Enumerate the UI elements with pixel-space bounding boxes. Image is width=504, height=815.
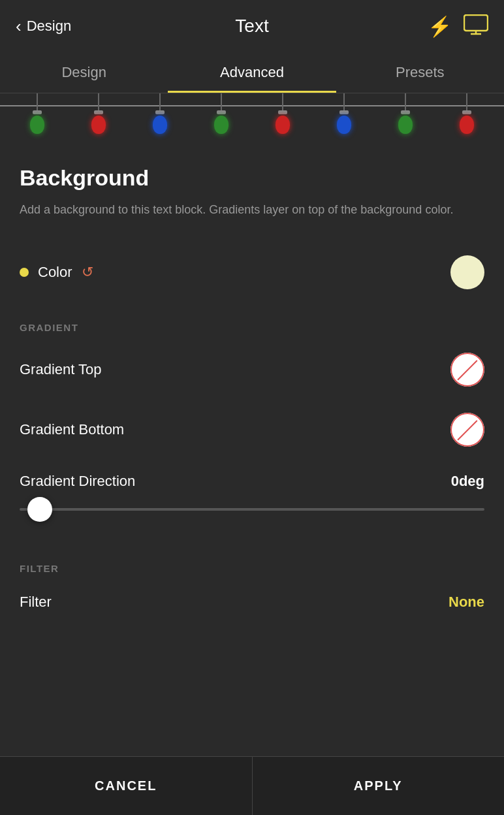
tab-design[interactable]: Design [0,52,168,93]
light-5 [276,93,290,134]
cancel-button[interactable]: CANCEL [0,757,253,815]
light-1 [30,93,44,134]
light-3 [153,93,167,134]
back-chevron-icon: ‹ [16,16,22,37]
gradient-bottom-row: Gradient Bottom [20,400,484,460]
header-icons: ⚡ [428,14,488,38]
gradient-direction-row: Gradient Direction 0deg [20,460,484,496]
filter-section: FILTER Filter None [20,530,484,624]
color-label-group: Color ↺ [20,264,93,281]
background-section-title: Background [20,165,484,191]
monitor-icon[interactable] [464,14,488,38]
gradient-bottom-label: Gradient Bottom [20,421,124,438]
filter-row: Filter None [20,581,484,624]
light-7 [398,93,413,134]
gradient-direction-slider-thumb[interactable] [27,497,52,522]
gradient-top-label: Gradient Top [20,361,102,378]
background-section-desc: Add a background to this text block. Gra… [20,201,484,219]
bottom-action-bar: CANCEL APPLY [0,756,504,815]
gradient-top-swatch[interactable] [450,353,484,387]
color-dot-indicator [20,268,29,277]
page-title: Text [235,16,268,37]
filter-section-label: FILTER [20,543,484,581]
tab-advanced[interactable]: Advanced [168,52,336,93]
gradient-section-label: GRADIENT [20,302,484,340]
gradient-top-row: Gradient Top [20,340,484,400]
gradient-direction-slider-container [20,496,484,530]
color-setting-row: Color ↺ [20,242,484,302]
filter-label: Filter [20,594,52,611]
gradient-direction-value: 0deg [451,473,484,490]
color-swatch[interactable] [450,255,484,289]
lightning-icon[interactable]: ⚡ [428,15,452,38]
back-label: Design [27,18,71,35]
filter-value[interactable]: None [449,594,484,611]
gradient-direction-slider-track[interactable] [20,508,484,511]
light-6 [337,93,351,134]
tabs-bar: Design Advanced Presets [0,52,504,93]
christmas-lights-decoration [0,93,504,146]
header: ‹ Design Text ⚡ [0,0,504,52]
reset-color-icon[interactable]: ↺ [82,264,93,281]
svg-rect-0 [464,15,488,31]
gradient-direction-label: Gradient Direction [20,473,135,490]
light-4 [214,93,228,134]
content-area: Background Add a background to this text… [0,146,504,624]
color-label: Color [38,264,72,281]
back-button[interactable]: ‹ Design [16,16,71,37]
apply-button[interactable]: APPLY [253,757,505,815]
gradient-bottom-swatch[interactable] [450,413,484,447]
tab-presets[interactable]: Presets [336,52,504,93]
light-2 [91,93,106,134]
light-8 [460,93,474,134]
